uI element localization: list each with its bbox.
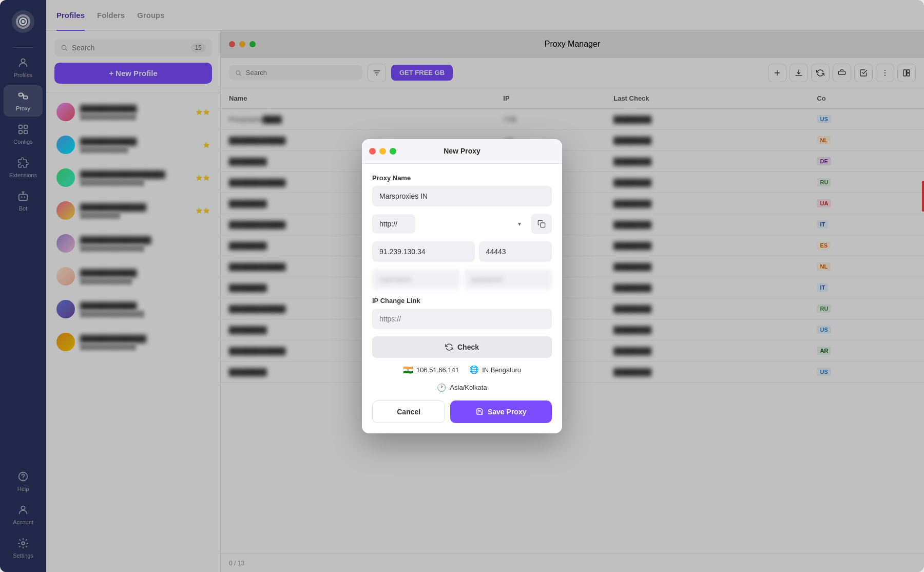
copy-proxy-button[interactable] — [531, 214, 552, 234]
app-window: Profiles Proxy — [0, 0, 924, 572]
check-result-timezone: 🕐 Asia/Kolkata — [372, 383, 552, 392]
proxy-name-input[interactable] — [372, 186, 552, 206]
clock-icon: 🕐 — [437, 383, 447, 392]
check-result-location: 🌐 IN,Bengaluru — [469, 365, 521, 374]
check-result-ip: 🇮🇳 106.51.66.141 — [403, 365, 459, 375]
check-result: 🇮🇳 106.51.66.141 🌐 IN,Bengaluru — [372, 365, 552, 375]
ip-change-input[interactable] — [372, 309, 552, 329]
ip-change-label: IP Change Link — [372, 297, 552, 304]
modal-minimize-btn[interactable] — [379, 148, 386, 155]
modal-title-bar: New Proxy — [362, 139, 562, 164]
save-icon — [476, 408, 484, 415]
modal-title: New Proxy — [444, 147, 480, 155]
modal-maximize-btn[interactable] — [390, 148, 396, 155]
modal-close-btn[interactable] — [369, 148, 376, 155]
username-input[interactable] — [372, 269, 460, 290]
modal-window-controls — [369, 148, 396, 155]
modal-body: Proxy Name http:// https:// socks4:// so… — [362, 164, 562, 433]
ip-input[interactable] — [372, 241, 475, 262]
new-proxy-modal: New Proxy Proxy Name http:// https:// so… — [362, 139, 562, 433]
check-button[interactable]: Check — [372, 336, 552, 358]
india-flag-icon: 🇮🇳 — [403, 365, 413, 375]
port-input[interactable] — [479, 241, 552, 262]
modal-actions: Cancel Save Proxy — [372, 401, 552, 423]
cancel-button[interactable]: Cancel — [372, 401, 445, 423]
copy-icon — [537, 220, 546, 228]
globe-icon: 🌐 — [469, 365, 479, 374]
refresh-icon — [445, 343, 453, 351]
proxy-type-wrapper: http:// https:// socks4:// socks5:// — [372, 214, 527, 234]
proxy-name-label: Proxy Name — [372, 174, 552, 182]
modal-backdrop: New Proxy Proxy Name http:// https:// so… — [0, 0, 924, 572]
save-proxy-button[interactable]: Save Proxy — [450, 401, 552, 423]
svg-rect-30 — [541, 223, 545, 227]
password-input[interactable] — [464, 269, 552, 290]
credentials-row — [372, 269, 552, 290]
proxy-type-select[interactable]: http:// https:// socks4:// socks5:// — [372, 214, 415, 234]
proxy-type-row: http:// https:// socks4:// socks5:// — [372, 214, 552, 234]
ip-port-row — [372, 241, 552, 262]
